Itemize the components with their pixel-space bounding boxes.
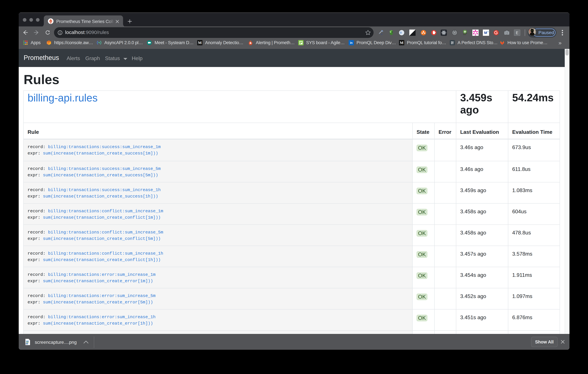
svg-text:M: M — [198, 41, 202, 45]
svg-text:M: M — [484, 31, 487, 35]
svg-text:M: M — [400, 41, 403, 45]
svg-text:in: in — [350, 41, 352, 44]
svg-text:PNG: PNG — [26, 343, 28, 345]
svg-text:+: + — [487, 30, 489, 33]
svg-text:E: E — [516, 31, 518, 35]
